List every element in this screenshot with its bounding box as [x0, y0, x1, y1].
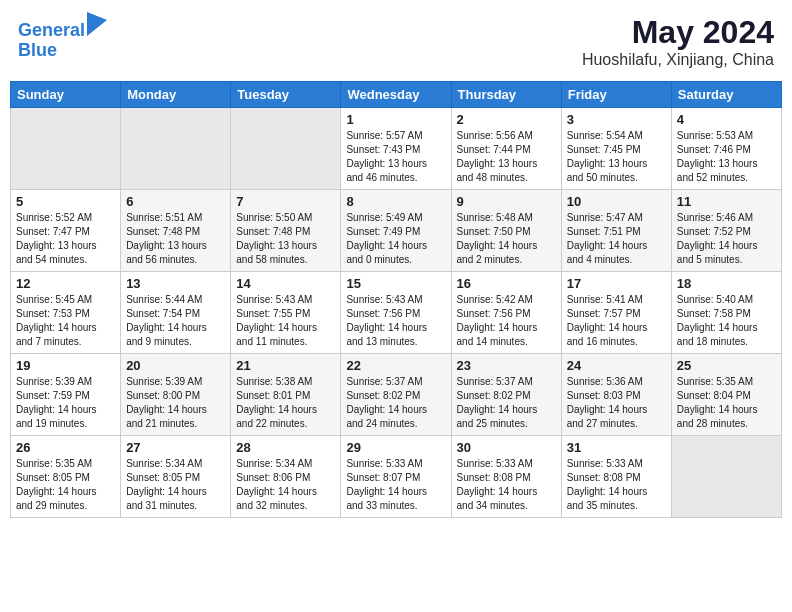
day-info: Sunrise: 5:50 AM Sunset: 7:48 PM Dayligh…	[236, 211, 335, 267]
sunrise-label: Sunrise: 5:50 AM	[236, 212, 312, 223]
daylight-label: Daylight: 13 hours and 54 minutes.	[16, 240, 97, 265]
calendar-cell: 25 Sunrise: 5:35 AM Sunset: 8:04 PM Dayl…	[671, 354, 781, 436]
day-number: 3	[567, 112, 666, 127]
calendar-cell: 28 Sunrise: 5:34 AM Sunset: 8:06 PM Dayl…	[231, 436, 341, 518]
day-info: Sunrise: 5:57 AM Sunset: 7:43 PM Dayligh…	[346, 129, 445, 185]
sunset-label: Sunset: 7:58 PM	[677, 308, 751, 319]
day-info: Sunrise: 5:39 AM Sunset: 7:59 PM Dayligh…	[16, 375, 115, 431]
weekday-header: Sunday	[11, 82, 121, 108]
day-info: Sunrise: 5:42 AM Sunset: 7:56 PM Dayligh…	[457, 293, 556, 349]
daylight-label: Daylight: 14 hours and 16 minutes.	[567, 322, 648, 347]
day-number: 23	[457, 358, 556, 373]
logo-icon	[87, 12, 107, 36]
day-number: 9	[457, 194, 556, 209]
logo-text: General Blue	[18, 14, 107, 61]
day-number: 27	[126, 440, 225, 455]
weekday-header: Wednesday	[341, 82, 451, 108]
sunset-label: Sunset: 8:08 PM	[567, 472, 641, 483]
sunrise-label: Sunrise: 5:34 AM	[126, 458, 202, 469]
sunrise-label: Sunrise: 5:40 AM	[677, 294, 753, 305]
sunrise-label: Sunrise: 5:53 AM	[677, 130, 753, 141]
sunrise-label: Sunrise: 5:43 AM	[346, 294, 422, 305]
sunrise-label: Sunrise: 5:39 AM	[126, 376, 202, 387]
logo-blue: Blue	[18, 40, 57, 60]
calendar-cell	[11, 108, 121, 190]
daylight-label: Daylight: 14 hours and 28 minutes.	[677, 404, 758, 429]
sunrise-label: Sunrise: 5:45 AM	[16, 294, 92, 305]
daylight-label: Daylight: 14 hours and 2 minutes.	[457, 240, 538, 265]
sunset-label: Sunset: 7:49 PM	[346, 226, 420, 237]
calendar-cell	[231, 108, 341, 190]
sunrise-label: Sunrise: 5:37 AM	[346, 376, 422, 387]
calendar-cell	[671, 436, 781, 518]
sunset-label: Sunset: 7:51 PM	[567, 226, 641, 237]
sunset-label: Sunset: 7:56 PM	[457, 308, 531, 319]
day-info: Sunrise: 5:34 AM Sunset: 8:06 PM Dayligh…	[236, 457, 335, 513]
calendar-header-row: SundayMondayTuesdayWednesdayThursdayFrid…	[11, 82, 782, 108]
day-number: 11	[677, 194, 776, 209]
day-info: Sunrise: 5:54 AM Sunset: 7:45 PM Dayligh…	[567, 129, 666, 185]
month-title: May 2024	[582, 14, 774, 51]
sunset-label: Sunset: 7:54 PM	[126, 308, 200, 319]
daylight-label: Daylight: 14 hours and 33 minutes.	[346, 486, 427, 511]
sunset-label: Sunset: 7:55 PM	[236, 308, 310, 319]
sunset-label: Sunset: 8:05 PM	[16, 472, 90, 483]
day-info: Sunrise: 5:44 AM Sunset: 7:54 PM Dayligh…	[126, 293, 225, 349]
sunrise-label: Sunrise: 5:42 AM	[457, 294, 533, 305]
day-number: 24	[567, 358, 666, 373]
calendar-cell: 9 Sunrise: 5:48 AM Sunset: 7:50 PM Dayli…	[451, 190, 561, 272]
day-number: 31	[567, 440, 666, 455]
calendar-cell: 12 Sunrise: 5:45 AM Sunset: 7:53 PM Dayl…	[11, 272, 121, 354]
weekday-header: Thursday	[451, 82, 561, 108]
calendar-week-row: 1 Sunrise: 5:57 AM Sunset: 7:43 PM Dayli…	[11, 108, 782, 190]
page-header: General Blue May 2024 Huoshilafu, Xinjia…	[10, 10, 782, 73]
calendar-cell: 29 Sunrise: 5:33 AM Sunset: 8:07 PM Dayl…	[341, 436, 451, 518]
weekday-header: Tuesday	[231, 82, 341, 108]
calendar-cell: 3 Sunrise: 5:54 AM Sunset: 7:45 PM Dayli…	[561, 108, 671, 190]
daylight-label: Daylight: 14 hours and 18 minutes.	[677, 322, 758, 347]
daylight-label: Daylight: 14 hours and 34 minutes.	[457, 486, 538, 511]
logo-general: General	[18, 20, 85, 40]
day-info: Sunrise: 5:38 AM Sunset: 8:01 PM Dayligh…	[236, 375, 335, 431]
sunrise-label: Sunrise: 5:38 AM	[236, 376, 312, 387]
sunrise-label: Sunrise: 5:57 AM	[346, 130, 422, 141]
calendar-cell: 31 Sunrise: 5:33 AM Sunset: 8:08 PM Dayl…	[561, 436, 671, 518]
day-info: Sunrise: 5:49 AM Sunset: 7:49 PM Dayligh…	[346, 211, 445, 267]
calendar-cell: 1 Sunrise: 5:57 AM Sunset: 7:43 PM Dayli…	[341, 108, 451, 190]
sunset-label: Sunset: 7:48 PM	[236, 226, 310, 237]
sunset-label: Sunset: 8:04 PM	[677, 390, 751, 401]
calendar-cell: 16 Sunrise: 5:42 AM Sunset: 7:56 PM Dayl…	[451, 272, 561, 354]
day-number: 17	[567, 276, 666, 291]
day-number: 21	[236, 358, 335, 373]
sunrise-label: Sunrise: 5:37 AM	[457, 376, 533, 387]
sunset-label: Sunset: 7:53 PM	[16, 308, 90, 319]
day-info: Sunrise: 5:39 AM Sunset: 8:00 PM Dayligh…	[126, 375, 225, 431]
weekday-header: Saturday	[671, 82, 781, 108]
daylight-label: Daylight: 14 hours and 27 minutes.	[567, 404, 648, 429]
calendar-cell: 19 Sunrise: 5:39 AM Sunset: 7:59 PM Dayl…	[11, 354, 121, 436]
svg-marker-0	[87, 12, 107, 36]
calendar-week-row: 5 Sunrise: 5:52 AM Sunset: 7:47 PM Dayli…	[11, 190, 782, 272]
calendar-cell: 20 Sunrise: 5:39 AM Sunset: 8:00 PM Dayl…	[121, 354, 231, 436]
day-number: 28	[236, 440, 335, 455]
daylight-label: Daylight: 14 hours and 24 minutes.	[346, 404, 427, 429]
daylight-label: Daylight: 14 hours and 31 minutes.	[126, 486, 207, 511]
sunrise-label: Sunrise: 5:33 AM	[346, 458, 422, 469]
day-number: 8	[346, 194, 445, 209]
sunset-label: Sunset: 8:08 PM	[457, 472, 531, 483]
calendar-cell: 30 Sunrise: 5:33 AM Sunset: 8:08 PM Dayl…	[451, 436, 561, 518]
daylight-label: Daylight: 14 hours and 35 minutes.	[567, 486, 648, 511]
day-number: 25	[677, 358, 776, 373]
sunrise-label: Sunrise: 5:47 AM	[567, 212, 643, 223]
daylight-label: Daylight: 13 hours and 56 minutes.	[126, 240, 207, 265]
daylight-label: Daylight: 13 hours and 52 minutes.	[677, 158, 758, 183]
day-info: Sunrise: 5:37 AM Sunset: 8:02 PM Dayligh…	[346, 375, 445, 431]
sunrise-label: Sunrise: 5:35 AM	[16, 458, 92, 469]
day-number: 15	[346, 276, 445, 291]
sunset-label: Sunset: 7:47 PM	[16, 226, 90, 237]
title-block: May 2024 Huoshilafu, Xinjiang, China	[582, 14, 774, 69]
daylight-label: Daylight: 14 hours and 21 minutes.	[126, 404, 207, 429]
sunrise-label: Sunrise: 5:43 AM	[236, 294, 312, 305]
day-number: 2	[457, 112, 556, 127]
daylight-label: Daylight: 14 hours and 25 minutes.	[457, 404, 538, 429]
